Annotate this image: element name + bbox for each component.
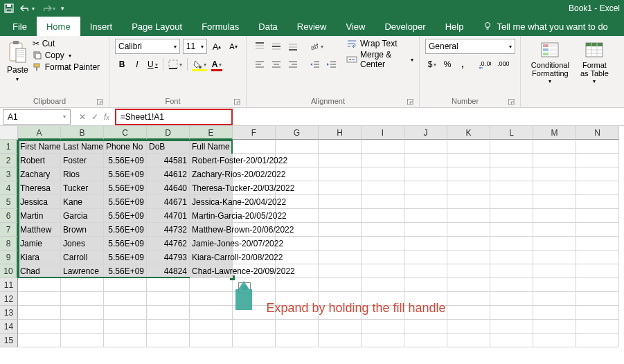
col-header[interactable]: K bbox=[447, 126, 490, 140]
cell[interactable] bbox=[447, 278, 490, 292]
cell[interactable] bbox=[576, 237, 619, 251]
cell[interactable]: Foster bbox=[61, 154, 104, 167]
cell[interactable] bbox=[576, 306, 619, 320]
cell[interactable]: 44824 bbox=[147, 264, 190, 278]
increase-decimal-button[interactable]: .0.00 bbox=[476, 57, 493, 72]
row-header[interactable]: 8 bbox=[0, 237, 18, 251]
copy-button[interactable]: Copy▾ bbox=[33, 51, 100, 60]
cell[interactable] bbox=[404, 195, 447, 209]
cell[interactable]: 5.56E+09 bbox=[104, 237, 147, 251]
cell[interactable] bbox=[319, 334, 362, 347]
cell[interactable]: Kiara-Carroll-20/08/2022 bbox=[190, 251, 233, 264]
cell[interactable]: 44612 bbox=[147, 167, 190, 181]
cell[interactable] bbox=[404, 209, 447, 223]
cell[interactable] bbox=[576, 195, 619, 209]
cell[interactable] bbox=[319, 181, 362, 195]
cell[interactable] bbox=[147, 320, 190, 334]
row-header[interactable]: 15 bbox=[0, 334, 18, 347]
cell[interactable] bbox=[362, 181, 404, 195]
cell[interactable] bbox=[190, 278, 233, 292]
tab-home[interactable]: Home bbox=[37, 17, 80, 36]
cell[interactable] bbox=[576, 251, 619, 264]
cell[interactable] bbox=[533, 209, 576, 223]
cell[interactable] bbox=[404, 223, 447, 237]
cell[interactable] bbox=[533, 334, 576, 347]
cell[interactable] bbox=[190, 306, 233, 320]
number-format-dropdown[interactable]: General▾ bbox=[425, 39, 515, 54]
cell[interactable] bbox=[490, 320, 533, 334]
tab-formulas[interactable]: Formulas bbox=[192, 17, 249, 36]
col-header[interactable]: A bbox=[18, 126, 61, 140]
col-header[interactable]: E bbox=[190, 126, 233, 140]
cell[interactable] bbox=[18, 306, 61, 320]
tab-review[interactable]: Review bbox=[287, 17, 337, 36]
align-right-button[interactable] bbox=[285, 57, 301, 72]
cell[interactable]: Martin bbox=[18, 209, 61, 223]
cell[interactable]: First Name bbox=[18, 140, 61, 154]
cell[interactable] bbox=[533, 154, 576, 167]
cell[interactable]: 44732 bbox=[147, 223, 190, 237]
align-center-button[interactable] bbox=[269, 57, 284, 72]
decrease-decimal-button[interactable]: .00.0 bbox=[494, 57, 511, 72]
cell[interactable] bbox=[533, 140, 576, 154]
cell[interactable] bbox=[319, 251, 362, 264]
cell[interactable] bbox=[447, 306, 490, 320]
cell[interactable] bbox=[490, 278, 533, 292]
col-header[interactable]: N bbox=[576, 126, 619, 140]
tab-data[interactable]: Data bbox=[249, 17, 287, 36]
cell[interactable]: Zachary bbox=[18, 167, 61, 181]
cell[interactable]: Full Name bbox=[190, 140, 233, 154]
cell[interactable] bbox=[362, 264, 404, 278]
cell[interactable] bbox=[362, 223, 404, 237]
cell[interactable] bbox=[533, 320, 576, 334]
spreadsheet-grid[interactable]: ABCDEFGHIJKLMN 1First NameLast NamePhone… bbox=[0, 126, 624, 347]
cell[interactable]: 44701 bbox=[147, 209, 190, 223]
cell[interactable]: Chad bbox=[18, 264, 61, 278]
tab-developer[interactable]: Developer bbox=[375, 17, 435, 36]
cell[interactable] bbox=[147, 334, 190, 347]
cell[interactable] bbox=[18, 320, 61, 334]
cell[interactable]: Robert-Foster-20/01/2022 bbox=[190, 154, 233, 167]
cell[interactable] bbox=[404, 320, 447, 334]
fill-color-button[interactable] bbox=[190, 57, 208, 72]
tab-help[interactable]: Help bbox=[436, 17, 474, 36]
cell[interactable]: 5.56E+09 bbox=[104, 251, 147, 264]
cell[interactable]: 44640 bbox=[147, 181, 190, 195]
underline-button[interactable]: U bbox=[145, 57, 160, 72]
cell[interactable] bbox=[490, 306, 533, 320]
cell[interactable] bbox=[447, 195, 490, 209]
cell[interactable] bbox=[362, 278, 404, 292]
cell[interactable]: Matthew-Brown-20/06/2022 bbox=[190, 223, 233, 237]
align-left-button[interactable] bbox=[252, 57, 267, 72]
row-header[interactable]: 10 bbox=[0, 264, 18, 278]
decrease-indent-button[interactable] bbox=[307, 57, 323, 72]
cell[interactable] bbox=[533, 278, 576, 292]
cell[interactable] bbox=[404, 251, 447, 264]
cell[interactable] bbox=[447, 209, 490, 223]
cell[interactable] bbox=[447, 140, 490, 154]
qat-customize-icon[interactable]: ▾ bbox=[61, 5, 64, 12]
cell[interactable] bbox=[18, 278, 61, 292]
cell[interactable]: Last Name bbox=[61, 140, 104, 154]
cell[interactable] bbox=[104, 292, 147, 306]
cell[interactable] bbox=[104, 306, 147, 320]
undo-icon[interactable]: ▾ bbox=[19, 4, 35, 12]
cell[interactable]: Theresa bbox=[18, 181, 61, 195]
cell[interactable] bbox=[362, 251, 404, 264]
cell[interactable] bbox=[319, 237, 362, 251]
cell[interactable]: DoB bbox=[147, 140, 190, 154]
cell[interactable] bbox=[190, 292, 233, 306]
cell[interactable] bbox=[362, 334, 404, 347]
cell[interactable] bbox=[490, 292, 533, 306]
borders-button[interactable] bbox=[166, 57, 184, 72]
cell[interactable] bbox=[576, 334, 619, 347]
cell[interactable] bbox=[490, 167, 533, 181]
row-header[interactable]: 12 bbox=[0, 292, 18, 306]
cell[interactable] bbox=[576, 278, 619, 292]
redo-icon[interactable]: ▾ bbox=[40, 4, 55, 12]
row-header[interactable]: 7 bbox=[0, 223, 18, 237]
cancel-formula-icon[interactable]: ✕ bbox=[79, 112, 86, 122]
tab-view[interactable]: View bbox=[336, 17, 375, 36]
col-header[interactable]: H bbox=[319, 126, 362, 140]
cell[interactable] bbox=[576, 140, 619, 154]
